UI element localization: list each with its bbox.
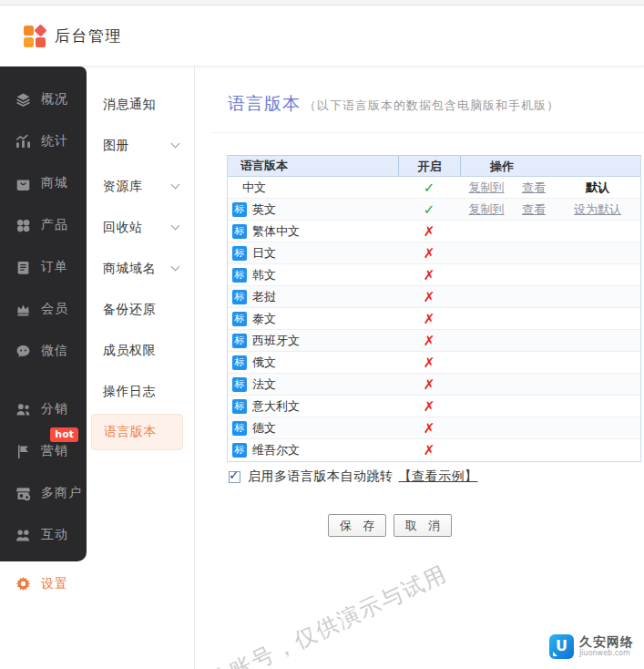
sidebar-item-label: 微信	[41, 343, 68, 359]
sidebar-item-label: 互动	[41, 527, 68, 543]
submenu-item-回收站[interactable]: 回收站	[87, 207, 194, 248]
table-row: 中文 ✓ 复制到查看默认	[228, 177, 640, 199]
sidebar-item-设置[interactable]: 设置	[0, 561, 68, 606]
sidebar-item-微信[interactable]: 微信	[0, 330, 87, 372]
disabled-cross-icon[interactable]: ✗	[398, 376, 460, 393]
sidebar-item-概况[interactable]: 概况	[0, 78, 87, 120]
sidebar-item-label: 统计	[41, 133, 68, 149]
standard-badge-icon: 标	[232, 377, 247, 392]
footer-brand-logo[interactable]: U 久安网络 Jiuonweb.com	[549, 634, 634, 659]
language-cell: 标 老挝	[228, 289, 398, 305]
disabled-cross-icon[interactable]: ✗	[398, 223, 460, 240]
chevron-down-icon	[171, 180, 180, 190]
sidebar-item-多商户[interactable]: 多商户	[0, 472, 87, 514]
sidebar-item-互动[interactable]: 互动	[0, 514, 87, 556]
submenu-item-成员权限[interactable]: 成员权限	[87, 330, 194, 371]
submenu-item-图册[interactable]: 图册	[87, 125, 194, 166]
language-cell: 标 德文	[228, 420, 398, 437]
submenu-item-消息通知[interactable]: 消息通知	[87, 84, 194, 125]
copy-to-link: 复制到	[460, 201, 513, 218]
sidebar-upper-block: 概况 统计 商城 产品 订单 会员 微信 分销 营销 hot 多商户 互动	[0, 67, 87, 561]
submenu-item-资源库[interactable]: 资源库	[87, 166, 194, 207]
column-header-language: 语言版本	[228, 158, 398, 174]
stats-icon	[15, 134, 31, 149]
disabled-cross-icon[interactable]: ✗	[398, 333, 460, 349]
sidebar-item-label: 分销	[41, 401, 68, 417]
language-name: 中文	[242, 180, 266, 196]
submenu-item-label: 图册	[103, 138, 129, 154]
sidebar-item-商城[interactable]: 商城	[0, 162, 87, 204]
standard-badge-icon: 标	[232, 246, 247, 261]
language-name: 繁体中文	[252, 223, 300, 240]
table-header-row: 语言版本 开启 操作	[228, 156, 640, 177]
sidebar-item-分销[interactable]: 分销	[0, 388, 87, 430]
disabled-cross-icon[interactable]: ✗	[398, 420, 460, 437]
sidebar-item-label: 会员	[41, 301, 68, 317]
enabled-check-icon[interactable]: ✓	[398, 180, 460, 196]
submenu-item-label: 商城域名	[103, 261, 156, 277]
view-link: 查看	[513, 180, 555, 196]
disabled-cross-icon[interactable]: ✗	[398, 398, 460, 415]
submenu-item-商城域名[interactable]: 商城域名	[87, 248, 194, 289]
standard-badge-icon: 标	[232, 334, 247, 348]
language-name: 西班牙文	[252, 333, 300, 349]
language-cell: 标 法文	[228, 376, 398, 393]
gear-icon	[15, 576, 31, 592]
sidebar-item-营销[interactable]: 营销 hot	[0, 430, 87, 472]
submenu-item-label: 回收站	[103, 220, 143, 236]
member-crown-icon	[15, 302, 31, 317]
disabled-cross-icon[interactable]: ✗	[398, 355, 460, 371]
save-button[interactable]: 保 存	[328, 514, 386, 537]
language-name: 意大利文	[252, 398, 300, 415]
sidebar-item-label: 多商户	[41, 485, 82, 501]
standard-badge-icon: 标	[232, 202, 247, 217]
disabled-cross-icon[interactable]: ✗	[398, 311, 460, 327]
sidebar-item-会员[interactable]: 会员	[0, 288, 87, 330]
standard-badge-icon: 标	[232, 268, 247, 283]
main-content: 语言版本 （以下语言版本的数据包含电脑版和手机版） 语言版本 开启 操作 中文 …	[195, 67, 644, 669]
wechat-icon	[15, 344, 31, 359]
sidebar-item-订单[interactable]: 订单	[0, 246, 87, 288]
footer-brand-name: 久安网络	[579, 635, 634, 649]
language-name: 日文	[252, 245, 276, 262]
settings-submenu: 消息通知 图册 资源库 回收站 商城域名 备份还原 成员权限 操作日志 语言版本	[87, 67, 195, 669]
interaction-users-icon	[15, 528, 31, 543]
sidebar-item-统计[interactable]: 统计	[0, 120, 87, 162]
view-example-link[interactable]: 【查看示例】	[399, 468, 478, 485]
submenu-item-label: 成员权限	[103, 343, 156, 359]
language-cell: 标 泰文	[228, 311, 398, 327]
disabled-cross-icon[interactable]: ✗	[398, 245, 460, 262]
language-cell: 标 韩文	[228, 267, 398, 283]
submenu-item-备份还原[interactable]: 备份还原	[87, 289, 194, 330]
app-header: 后台管理	[0, 6, 644, 67]
sidebar-item-产品[interactable]: 产品	[0, 204, 87, 246]
submenu-item-语言版本[interactable]: 语言版本	[91, 414, 183, 450]
page-title: 语言版本	[228, 92, 301, 116]
language-name: 韩文	[252, 267, 276, 283]
language-cell: 标 繁体中文	[228, 223, 398, 240]
submenu-item-label: 语言版本	[104, 424, 157, 440]
hot-badge: hot	[50, 427, 78, 442]
app-window: 后台管理 概况 统计 商城 产品 订单 会员 微信 分销 营销 hot 多商户 …	[0, 0, 644, 669]
submenu-item-操作日志[interactable]: 操作日志	[87, 371, 194, 412]
distribution-users-icon	[15, 402, 31, 417]
standard-badge-icon: 标	[232, 399, 247, 414]
cancel-button[interactable]: 取 消	[394, 514, 452, 537]
orders-clipboard-icon	[15, 260, 31, 275]
disabled-cross-icon[interactable]: ✗	[398, 267, 460, 283]
table-row: 标 泰文 ✗	[228, 308, 640, 330]
app-logo[interactable]: 后台管理	[24, 26, 122, 47]
marketing-flag-icon	[15, 444, 31, 459]
disabled-cross-icon[interactable]: ✗	[398, 442, 460, 458]
set-default-link[interactable]: 设为默认	[574, 202, 621, 216]
enabled-check-icon[interactable]: ✓	[398, 201, 460, 218]
table-row: 标 繁体中文 ✗	[228, 221, 640, 242]
chevron-down-icon	[171, 262, 180, 272]
disabled-cross-icon[interactable]: ✗	[398, 289, 460, 305]
layers-icon	[15, 92, 31, 108]
table-row: 标 日文 ✗	[228, 242, 640, 264]
standard-badge-icon: 标	[232, 443, 247, 458]
language-name: 俄文	[252, 355, 276, 371]
auto-redirect-checkbox[interactable]: ✓	[229, 471, 240, 483]
footer-brand-text: 久安网络 Jiuonweb.com	[579, 635, 634, 657]
